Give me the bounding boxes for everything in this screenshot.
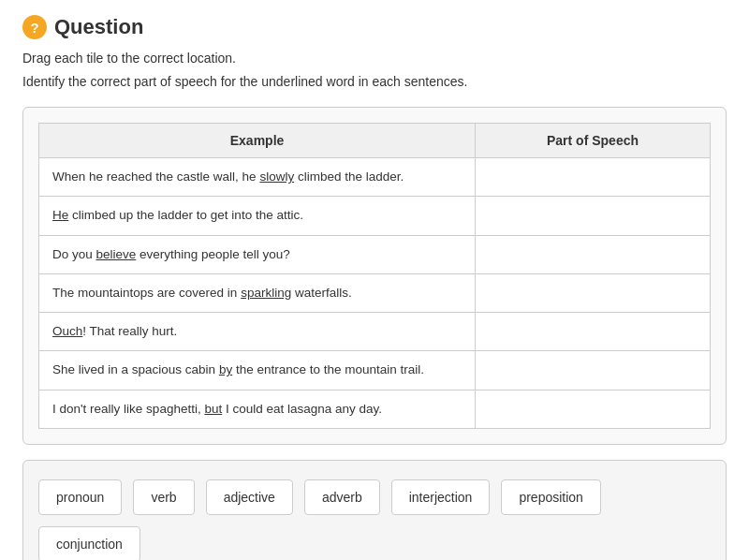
pos-tile[interactable]: pronoun xyxy=(38,479,122,515)
pos-cell[interactable] xyxy=(476,390,711,428)
pos-tile[interactable]: adverb xyxy=(304,479,380,515)
pos-tile[interactable]: verb xyxy=(133,479,194,515)
table-container: Example Part of Speech When he reached t… xyxy=(22,107,727,445)
pos-tile[interactable]: interjection xyxy=(391,479,491,515)
question-header: ? Question xyxy=(22,15,727,39)
col-example-header: Example xyxy=(39,124,476,158)
table-row: When he reached the castle wall, he slow… xyxy=(39,158,711,197)
table-row: The mountaintops are covered in sparklin… xyxy=(39,273,711,312)
pos-tile[interactable]: conjunction xyxy=(38,526,140,560)
tiles-container: pronounverbadjectiveadverbinterjectionpr… xyxy=(22,460,727,560)
pos-cell[interactable] xyxy=(476,235,711,273)
table-row: Do you believe everything people tell yo… xyxy=(39,235,711,273)
example-cell: I don't really like spaghetti, but I cou… xyxy=(39,390,476,428)
pos-cell[interactable] xyxy=(476,273,711,312)
question-title: Question xyxy=(54,15,143,39)
instruction-line2: Identify the correct part of speech for … xyxy=(22,72,727,92)
example-cell: Ouch! That really hurt. xyxy=(39,313,476,351)
pos-cell[interactable] xyxy=(476,351,711,390)
pos-cell[interactable] xyxy=(476,158,711,197)
instruction-line1: Drag each tile to the correct location. xyxy=(22,49,727,68)
pos-tile[interactable]: adjective xyxy=(206,479,293,515)
table-row: She lived in a spacious cabin by the ent… xyxy=(39,351,711,390)
col-pos-header: Part of Speech xyxy=(476,124,711,158)
pos-cell[interactable] xyxy=(476,313,711,351)
question-icon: ? xyxy=(22,15,47,39)
example-cell: Do you believe everything people tell yo… xyxy=(39,235,476,273)
table-row: I don't really like spaghetti, but I cou… xyxy=(39,390,711,428)
example-cell: He climbed up the ladder to get into the… xyxy=(39,197,476,235)
table-row: He climbed up the ladder to get into the… xyxy=(39,197,711,235)
table-row: Ouch! That really hurt. xyxy=(39,313,711,351)
pos-cell[interactable] xyxy=(476,197,711,235)
example-cell: She lived in a spacious cabin by the ent… xyxy=(39,351,476,390)
example-cell: The mountaintops are covered in sparklin… xyxy=(39,273,476,312)
example-cell: When he reached the castle wall, he slow… xyxy=(39,158,476,197)
pos-tile[interactable]: preposition xyxy=(501,479,601,515)
examples-table: Example Part of Speech When he reached t… xyxy=(38,123,711,429)
